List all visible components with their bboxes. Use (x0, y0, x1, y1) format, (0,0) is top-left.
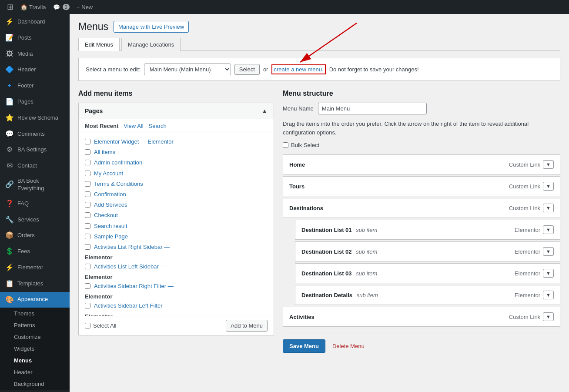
main-content: Menus Manage with Live Preview Edit Menu… (70, 14, 569, 392)
pages-tab-view-all[interactable]: View All (124, 123, 143, 129)
sidebar-item-elementor[interactable]: ⚡ Elementor (0, 260, 70, 276)
menu-item-type-tours: Custom Link (509, 183, 540, 190)
list-item: Activities Sidebar Left Filter — (85, 301, 268, 311)
page-label-activities-sidebar-left[interactable]: Activities Sidebar Left Filter — (94, 302, 170, 310)
page-label-admin-confirmation[interactable]: Admin confirmation (94, 159, 142, 167)
menu-item-expand-dest-list-03[interactable]: ▼ (543, 269, 554, 278)
adminbar-site-name[interactable]: 🏠 Travila (17, 0, 50, 14)
menu-name-label: Menu Name (283, 105, 314, 112)
page-label-checkout[interactable]: Checkout (94, 211, 118, 219)
adminbar-wp-logo[interactable]: ⊞ (3, 0, 17, 14)
page-checkbox-search-result[interactable] (85, 223, 90, 229)
submenu-item-menus[interactable]: Menus (0, 355, 70, 366)
page-checkbox-activities-sidebar-left[interactable] (85, 303, 90, 308)
menu-item-expand-dest-list-01[interactable]: ▼ (543, 225, 554, 234)
page-checkbox-my-account[interactable] (85, 171, 90, 176)
bulk-select-checkbox[interactable] (283, 142, 288, 148)
menu-item-expand-dest-details[interactable]: ▼ (543, 291, 554, 299)
tab-edit-menus[interactable]: Edit Menus (78, 38, 120, 51)
list-item: Activities Sidebar Right Filter — (85, 281, 268, 291)
sidebar-item-comments[interactable]: 💬 Comments (0, 126, 70, 142)
page-label-all-items[interactable]: All items (94, 148, 115, 156)
collapse-pages-button[interactable]: ▲ (261, 107, 268, 114)
page-checkbox-activities-left[interactable] (85, 264, 90, 269)
posts-icon: 📝 (5, 34, 14, 43)
page-checkbox-checkout[interactable] (85, 212, 90, 218)
page-label-elementor-widget[interactable]: Elementor Widget — Elementor (94, 138, 174, 146)
home-icon: 🏠 (20, 4, 27, 10)
sidebar-item-appearance[interactable]: 🎨 Appearance (0, 292, 70, 308)
add-menu-items-title: Add menu items (78, 90, 274, 97)
select-all-checkbox[interactable] (85, 323, 90, 328)
pages-box: Pages ▲ Most Recent View All Search Elem… (78, 103, 274, 335)
page-label-activities-left[interactable]: Activities List Left Sidebar — (94, 263, 166, 271)
sidebar-item-fees[interactable]: 💲 Fees (0, 244, 70, 260)
sidebar-item-faq[interactable]: ❓ FAQ (0, 196, 70, 212)
menu-structure-title: Menu structure (283, 90, 560, 97)
menu-item-expand-tours[interactable]: ▼ (543, 182, 554, 191)
adminbar-comments[interactable]: 💬 0 (50, 0, 73, 14)
comments-badge: 0 (63, 4, 70, 10)
menu-item-name-dest-details: Destination Details sub item (301, 292, 378, 298)
page-checkbox-sample-page[interactable] (85, 234, 90, 239)
sidebar-item-ba-book[interactable]: 🔗 BA Book Everything (0, 174, 70, 196)
create-new-menu-link[interactable]: create a new menu. (271, 64, 325, 74)
page-checkbox-activities-right[interactable] (85, 244, 90, 250)
bulk-select-label[interactable]: Bulk Select (283, 142, 560, 148)
sidebar-item-media[interactable]: 🖼 Media (0, 46, 70, 62)
submenu-item-header-sub[interactable]: Header (0, 366, 70, 378)
manage-with-live-preview-button[interactable]: Manage with Live Preview (114, 21, 189, 33)
page-label-sample-page[interactable]: Sample Page (94, 233, 128, 241)
submenu-item-widgets[interactable]: Widgets (0, 343, 70, 355)
sidebar-item-review-schema[interactable]: ⭐ Review Schema (0, 110, 70, 126)
submenu-item-patterns[interactable]: Patterns (0, 319, 70, 331)
adminbar-new[interactable]: + New (73, 0, 97, 14)
delete-menu-button[interactable]: Delete Menu (332, 343, 365, 349)
sidebar-item-ba-settings[interactable]: ⚙ BA Settings (0, 142, 70, 158)
page-checkbox-elementor-widget[interactable] (85, 139, 90, 144)
sidebar-item-posts[interactable]: 📝 Posts (0, 30, 70, 46)
page-checkbox-terms[interactable] (85, 181, 90, 187)
page-label-terms[interactable]: Terms & Conditions (94, 180, 143, 188)
menu-item-expand-dest-list-02[interactable]: ▼ (543, 247, 554, 256)
pages-tab-most-recent[interactable]: Most Recent (85, 123, 118, 129)
page-label-search-result[interactable]: Search result (94, 222, 127, 230)
submenu-item-customize[interactable]: Customize (0, 331, 70, 343)
sidebar-item-footer[interactable]: 🔹 Footer (0, 78, 70, 94)
menu-item-expand-home[interactable]: ▼ (543, 160, 554, 169)
sidebar-item-services[interactable]: 🔧 Services (0, 212, 70, 228)
sidebar-item-pages[interactable]: 📄 Pages (0, 94, 70, 110)
page-checkbox-activities-sidebar-right[interactable] (85, 283, 90, 289)
fees-icon: 💲 (5, 247, 14, 256)
page-checkbox-add-services[interactable] (85, 202, 90, 208)
list-item: Sample Page (85, 231, 268, 242)
page-checkbox-admin-confirmation[interactable] (85, 160, 90, 165)
page-label-confirmation[interactable]: Confirmation (94, 191, 126, 198)
menu-name-input[interactable] (318, 103, 427, 114)
sidebar-item-header[interactable]: 🔷 Header (0, 62, 70, 78)
sidebar-item-orders[interactable]: 📦 Orders (0, 228, 70, 244)
page-label-activities-right[interactable]: Activities List Right Sidebar — (94, 243, 170, 251)
submenu-item-background[interactable]: Background (0, 378, 70, 390)
select-button[interactable]: Select (234, 64, 260, 75)
menu-select-dropdown[interactable]: Main Menu (Main Menu) (144, 64, 231, 75)
select-all-label[interactable]: Select All (85, 322, 116, 329)
save-menu-button[interactable]: Save Menu (283, 339, 325, 353)
menu-item-name-dest-list-03: Destination List 03 sub item (301, 270, 377, 277)
add-to-menu-button[interactable]: Add to Menu (226, 320, 268, 332)
appearance-icon: 🎨 (5, 295, 14, 305)
page-label-activities-sidebar-right[interactable]: Activities Sidebar Right Filter — (94, 282, 174, 290)
menu-item-expand-activities[interactable]: ▼ (543, 312, 554, 321)
menu-item-expand-destinations[interactable]: ▼ (543, 204, 554, 212)
submenu-item-themes[interactable]: Themes (0, 308, 70, 319)
tab-manage-locations[interactable]: Manage Locations (121, 38, 181, 51)
page-checkbox-all-items[interactable] (85, 149, 90, 155)
page-label-add-services[interactable]: Add Services (94, 201, 127, 209)
page-checkbox-confirmation[interactable] (85, 191, 90, 197)
sidebar-item-templates[interactable]: 📋 Templates (0, 276, 70, 292)
page-label-my-account[interactable]: My Account (94, 170, 123, 178)
sidebar-item-dashboard[interactable]: ⚡ Dashboard (0, 14, 70, 30)
pages-tab-search[interactable]: Search (149, 123, 167, 129)
sidebar-item-contact[interactable]: ✉ Contact (0, 158, 70, 174)
or-text: or (263, 66, 268, 73)
